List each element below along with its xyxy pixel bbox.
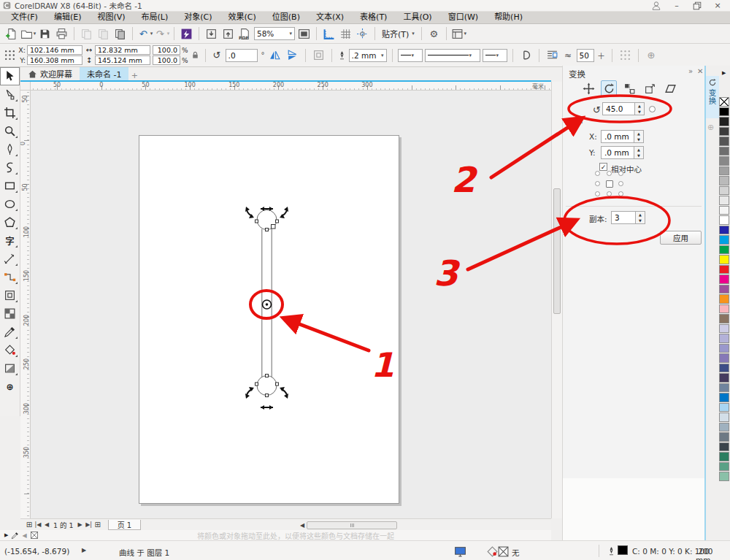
docpalette-none-swatch[interactable] [30,531,39,540]
palette-swatch-32[interactable] [719,413,729,422]
palette-swatch-25[interactable] [719,344,729,353]
restore-button[interactable] [692,1,702,10]
angle-option-radio[interactable] [649,106,656,112]
tab-welcome-screen[interactable]: 欢迎屏幕 [20,67,80,80]
export-button[interactable] [220,26,236,42]
crop-tool[interactable] [0,104,20,122]
anchor-radio[interactable] [618,191,623,196]
horizontal-scroll-thumb[interactable] [307,521,397,529]
workspace-dropdown-arrow[interactable]: ▾ [464,31,467,37]
options-button[interactable]: ⚙ [426,26,442,42]
palette-swatch-20[interactable] [719,294,729,304]
palette-swatch-23[interactable] [719,324,729,334]
transform-scale-mirror-button[interactable] [621,80,637,96]
show-rulers-button[interactable] [321,26,337,42]
palette-swatch-35[interactable] [719,442,729,452]
publish-pdf-button[interactable]: PDF [237,26,253,42]
palette-swatch-14[interactable] [719,235,729,245]
document-page[interactable] [139,135,399,504]
menu-item-10[interactable]: 窗口(W) [440,12,486,23]
new-tab-button[interactable]: + [128,70,140,80]
ellipse-tool[interactable] [0,195,20,213]
palette-swatch-10[interactable] [719,196,729,205]
palette-swatch-17[interactable] [719,265,729,275]
pen-tool[interactable] [0,140,20,158]
outline-width-combo[interactable]: .2 mm ▾ [349,49,387,62]
docpalette-scroll-left[interactable]: ◀ [22,532,26,539]
smoothness-field[interactable]: 50 [577,49,594,62]
menu-item-2[interactable]: 视图(V) [89,12,133,23]
vertical-ruler[interactable]: 50050100150200250300350 [20,91,31,518]
copies-spinner[interactable]: ▲▼ [636,211,645,224]
palette-swatch-2[interactable] [719,117,729,126]
docker-collapse-icon[interactable]: » [688,67,693,75]
object-y-field[interactable]: 160.308 mm [27,55,82,65]
mirror-vertical-button[interactable] [285,47,300,63]
palette-swatch-37[interactable] [719,462,729,472]
anchor-radio[interactable] [607,171,612,176]
palette-swatch-29[interactable] [719,383,729,393]
center-y-spinner[interactable]: ▲▼ [634,146,644,159]
menu-item-4[interactable]: 对象(C) [176,12,220,23]
palette-swatch-1[interactable] [719,107,729,117]
line-style-combo[interactable]: ▾ [425,49,480,62]
eyedropper-tool[interactable] [0,323,20,341]
rectangle-tool[interactable] [0,177,20,195]
undo-dropdown-arrow[interactable]: ▾ [150,31,153,37]
fullscreen-preview-button[interactable] [296,26,312,42]
text-wrap-button[interactable] [545,47,560,63]
object-height-field[interactable]: 145.124 mm [95,55,150,65]
canvas-vertical-scrollbar[interactable] [551,82,562,518]
pick-tool[interactable] [0,67,20,85]
anchor-radio[interactable] [618,171,623,176]
rotation-angle-field[interactable]: .0 [226,49,258,62]
zoom-level-combo[interactable]: 58% ▾ [254,27,295,40]
cut-button[interactable] [79,26,94,42]
save-button[interactable] [37,26,53,42]
docker-rotation-angle-field[interactable]: 45.0 [602,102,635,115]
add-page-end-button[interactable]: ⊞ [93,520,102,529]
palette-swatch-3[interactable] [719,127,729,137]
palette-swatch-22[interactable] [719,314,729,323]
lock-ratio-icon[interactable] [191,49,200,61]
scroll-left-button[interactable]: ◀ [298,521,307,530]
menu-item-9[interactable]: 工具(O) [395,12,439,23]
palette-swatch-21[interactable] [719,304,729,314]
menu-item-1[interactable]: 编辑(E) [46,12,90,23]
first-page-button[interactable]: |◀ [34,520,42,529]
palette-swatch-19[interactable] [719,285,729,294]
anchor-center-selected[interactable] [606,180,613,188]
anchor-radio[interactable] [595,171,600,176]
show-guidelines-button[interactable] [355,26,370,42]
new-document-button[interactable] [4,26,19,42]
transparency-tool[interactable] [0,304,20,323]
anchor-radio[interactable] [595,181,600,186]
zoom-tool[interactable] [0,122,20,140]
dimension-tool[interactable] [0,250,20,268]
undo-button[interactable]: ↶▾ [137,26,153,42]
palette-swatch-13[interactable] [719,226,729,235]
menu-item-8[interactable]: 表格(T) [352,12,395,23]
smart-fill-tool[interactable] [0,341,20,359]
add-control-button[interactable]: ⊕ [644,47,659,63]
palette-swatch-16[interactable] [719,255,729,264]
palette-swatch-26[interactable] [719,353,729,363]
app-launcher-button[interactable] [179,26,194,42]
drawing-canvas[interactable] [31,91,551,518]
palette-swatch-36[interactable] [719,452,729,461]
anchor-radio[interactable] [595,191,600,196]
minimize-button[interactable]: – [672,1,682,10]
palette-swatch-18[interactable] [719,275,729,284]
mirror-horizontal-button[interactable] [267,47,283,63]
close-button[interactable]: × [712,1,723,10]
palette-swatch-9[interactable] [719,186,729,196]
palette-swatch-6[interactable] [719,156,729,166]
scale-x-field[interactable]: 100.0 [153,45,180,55]
interactive-fill-tool[interactable] [0,359,20,377]
account-icon[interactable] [651,1,661,10]
last-page-button[interactable]: ▶| [85,520,93,529]
open-button[interactable]: ▾ [20,26,36,42]
canvas-horizontal-scrollbar[interactable]: ◀ [298,521,405,529]
object-width-field[interactable]: 12.832 mm [95,45,150,55]
smoothness-stepper[interactable]: ＋ [596,47,607,63]
